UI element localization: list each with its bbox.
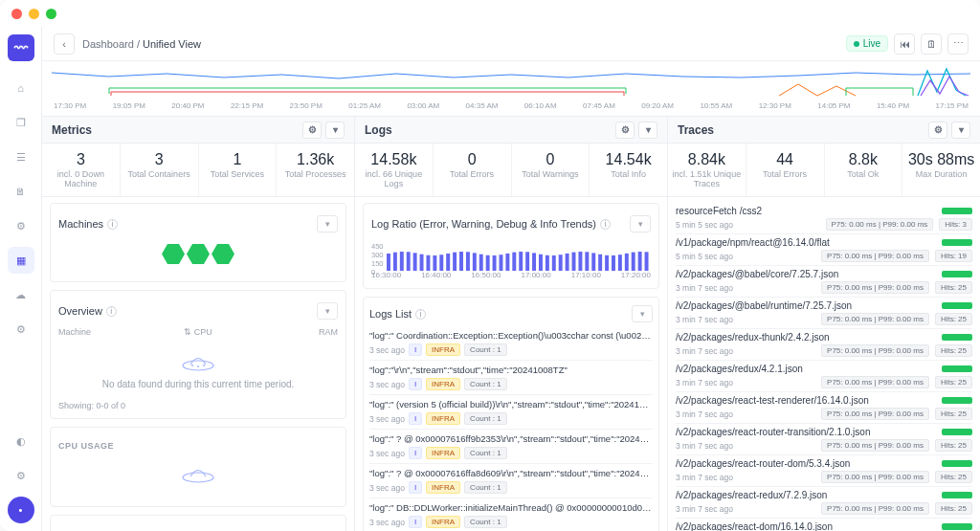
trace-latency-tag: P75: 0.00 ms | P99: 0.00 ms — [821, 281, 929, 294]
trace-entry[interactable]: /v2/packages/react-router-dom/5.3.4.json… — [676, 455, 972, 487]
trace-entry[interactable]: /v2/packages/@babel/core/7.25.7.json3 mi… — [676, 266, 972, 298]
log-time: 3 sec ago — [369, 345, 405, 355]
empty-state — [58, 453, 338, 498]
log-service-tag: INFRA — [426, 516, 460, 528]
overview-filter-button[interactable]: ▾ — [317, 302, 338, 320]
svg-point-4 — [183, 473, 213, 482]
trace-time: 3 min 7 sec ago — [676, 473, 733, 482]
nav-monitor-icon[interactable]: ⚙ — [8, 212, 34, 239]
trace-entry[interactable]: /v2/packages/redux/4.2.1.json3 min 7 sec… — [676, 361, 972, 392]
kpi-value: 30s 88ms — [904, 151, 978, 168]
trace-entry[interactable]: /v2/packages/react-test-renderer/16.14.0… — [676, 392, 972, 424]
trace-hits-tag: Hits: 25 — [935, 281, 972, 294]
maximize-window-icon[interactable] — [46, 9, 56, 19]
metrics-panel: Metrics ⚙ ▾ 3incl. 0 Down Machine3Total … — [42, 117, 355, 531]
more-menu-button[interactable]: ⋯ — [947, 33, 969, 55]
nav-settings-icon[interactable]: ⚙ — [8, 462, 34, 489]
breadcrumb-root[interactable]: Dashboard — [82, 38, 134, 50]
timeline-chart[interactable]: 17:30 PM19:05 PM20:40 PM22:15 PM23:50 PM… — [42, 61, 980, 117]
metrics-gear-button[interactable]: ⚙ — [302, 122, 322, 139]
log-entry[interactable]: "log":" DB::DDLWorker::initializeMainThr… — [369, 498, 653, 531]
trace-entry[interactable]: /v2/packages/redux-thunk/2.4.2.json3 min… — [676, 329, 972, 361]
svg-rect-44 — [644, 252, 648, 271]
window-titlebar — [0, 0, 980, 27]
logs-list: "log":" Coordination::Exception::Excepti… — [369, 326, 653, 531]
back-button[interactable]: ‹ — [54, 33, 75, 55]
svg-rect-42 — [631, 253, 635, 271]
calendar-button[interactable]: 🗓 — [921, 33, 942, 55]
metrics-dropdown-button[interactable]: ▾ — [325, 122, 345, 139]
traces-dropdown-button[interactable]: ▾ — [951, 122, 970, 139]
trace-latency-tag: P75: 0.00 ms | P99: 0.00 ms — [821, 502, 929, 515]
cpu-usage-title: CPU USAGE — [58, 441, 338, 451]
svg-rect-29 — [545, 255, 548, 271]
svg-rect-20 — [485, 255, 489, 271]
nav-user-avatar[interactable]: • — [8, 497, 34, 523]
log-ratio-filter-button[interactable]: ▾ — [630, 215, 651, 232]
log-service-tag: INFRA — [426, 447, 460, 459]
kpi-value: 14.54k — [591, 151, 665, 168]
logs-dropdown-button[interactable]: ▾ — [638, 122, 657, 139]
log-entry[interactable]: "log":" Coordination::Exception::Excepti… — [369, 326, 653, 361]
logs-kpi-row: 14.58kincl. 66 Unique Logs0Total Errors0… — [355, 144, 667, 197]
machine-hex[interactable] — [162, 244, 185, 264]
kpi-label: incl. 66 Unique Logs — [357, 169, 431, 188]
info-icon[interactable]: i — [600, 219, 611, 230]
trace-progress-bar — [942, 429, 972, 435]
nav-cubes-icon[interactable]: ❒ — [8, 109, 34, 136]
nav-file-icon[interactable]: 🗎 — [8, 178, 34, 205]
col-ram[interactable]: RAM — [245, 327, 338, 337]
svg-rect-39 — [612, 255, 615, 271]
machines-filter-button[interactable]: ▾ — [317, 215, 338, 232]
log-entry[interactable]: "log":"\r\n","stream":"stdout","time":"2… — [369, 361, 653, 395]
logs-list-filter-button[interactable]: ▾ — [632, 305, 653, 322]
app-logo[interactable]: 〰 — [8, 34, 34, 61]
info-icon[interactable]: i — [107, 219, 118, 230]
trace-latency-tag: P75: 0.00 ms | P99: 0.00 ms — [821, 439, 929, 452]
machine-hex-grid — [58, 236, 338, 274]
log-entry[interactable]: "log":" ? @ 0x00007616ff9b2353\r\n","str… — [369, 430, 653, 464]
kpi-value: 14.58k — [357, 151, 431, 168]
trace-entry[interactable]: /v2/packages/@babel/runtime/7.25.7.json3… — [676, 298, 972, 329]
svg-point-3 — [203, 365, 205, 366]
nav-list-icon[interactable]: ☰ — [8, 144, 34, 170]
close-window-icon[interactable] — [11, 9, 22, 19]
kpi: 0Total Warnings — [512, 144, 590, 196]
info-icon[interactable]: i — [106, 306, 117, 317]
nav-cloud-icon[interactable]: ☁ — [8, 281, 34, 308]
log-entry[interactable]: "log":" ? @ 0x00007616ffa8d609\r\n","str… — [369, 464, 653, 498]
log-service-tag: INFRA — [426, 343, 460, 356]
kpi-label: Total Errors — [435, 169, 509, 179]
svg-rect-30 — [551, 255, 555, 271]
trace-progress-bar — [942, 365, 972, 372]
traces-panel: Traces ⚙ ▾ 8.84kincl. 1.51k Unique Trace… — [668, 117, 980, 531]
log-level-tag: I — [409, 378, 422, 390]
live-badge[interactable]: Live — [846, 35, 888, 52]
log-entry[interactable]: "log":" (version 5 (official build))\r\n… — [369, 395, 653, 430]
machines-title: Machines — [58, 218, 103, 230]
trace-entry[interactable]: /v2/packages/react-dom/16.14.0.json3 min… — [676, 519, 972, 531]
col-cpu[interactable]: CPU — [194, 327, 212, 337]
nav-gear-icon[interactable]: ⚙ — [8, 316, 34, 343]
minimize-window-icon[interactable] — [29, 9, 39, 19]
trace-entry[interactable]: /v2/packages/react-redux/7.2.9.json3 min… — [676, 487, 972, 519]
trace-progress-bar — [942, 492, 972, 498]
trace-entry[interactable]: /v2/packages/react-router-transition/2.1… — [676, 424, 972, 455]
nav-dashboard-icon[interactable]: ▦ — [8, 247, 34, 274]
machine-hex[interactable] — [212, 244, 234, 264]
machine-hex[interactable] — [187, 244, 210, 264]
traces-gear-button[interactable]: ⚙ — [928, 122, 947, 139]
logs-gear-button[interactable]: ⚙ — [615, 122, 635, 139]
trace-entry[interactable]: resourceFetch /css25 min 5 sec agoP75: 0… — [676, 203, 972, 234]
breadcrumb: Dashboard / Unified View — [82, 38, 201, 50]
nav-home-icon[interactable]: ⌂ — [8, 75, 34, 101]
nav-help-icon[interactable]: ◐ — [8, 428, 34, 454]
log-service-tag: INFRA — [426, 412, 460, 425]
kpi: 44Total Errors — [746, 144, 825, 196]
trace-latency-tag: P75: 0.00 ms | P99: 0.00 ms — [821, 313, 929, 325]
trace-entry[interactable]: /v1/package/npm/react@16.14.0/flat5 min … — [676, 234, 972, 266]
svg-rect-19 — [479, 254, 482, 271]
info-icon[interactable]: i — [415, 309, 426, 320]
rewind-button[interactable]: ⏮ — [894, 33, 915, 55]
log-ratio-chart[interactable]: 450 300 150 0 16:30:0016:40:0 — [371, 236, 651, 280]
